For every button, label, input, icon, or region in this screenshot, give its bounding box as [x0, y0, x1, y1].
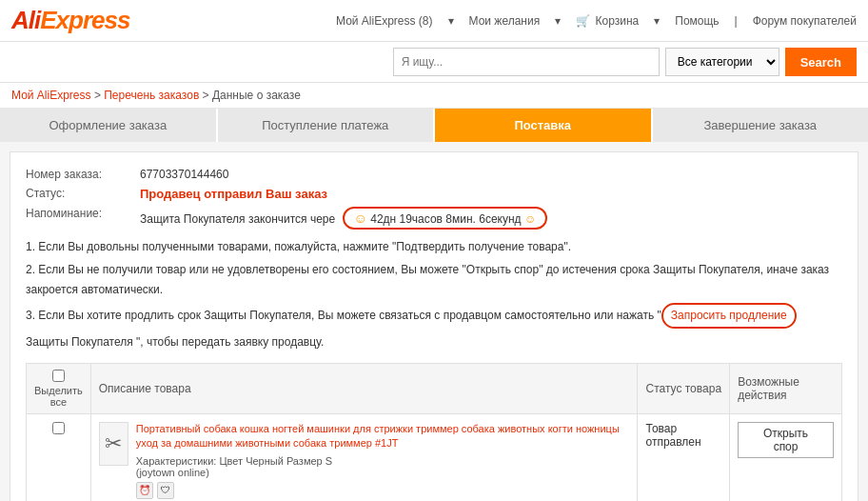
- row-checkbox-cell: [27, 413, 91, 501]
- search-input[interactable]: [393, 48, 660, 76]
- search-bar: Все категории Search: [0, 42, 868, 83]
- breadcrumb: Мой AliExpress > Перечень заказов > Данн…: [0, 83, 868, 109]
- note-3: 3. Если Вы хотите продлить срок Защиты П…: [26, 303, 842, 328]
- table-row: ✂ Портативный собака кошка ногтей машинк…: [27, 413, 842, 501]
- note-3-end: Защиты Покупателя ", чтобы передать заяв…: [26, 332, 842, 351]
- select-all-label: Выделить все: [34, 385, 83, 408]
- order-reminder-row: Напоминание: Защита Покупателя закончитс…: [26, 207, 842, 230]
- step-complete: Завершение заказа: [653, 109, 869, 142]
- top-nav: Мой AliExpress (8) ▾ Мои желания ▾ 🛒 Кор…: [336, 14, 857, 28]
- breadcrumb-sep1: >: [94, 89, 104, 102]
- breadcrumb-current: Данные о заказе: [212, 89, 301, 102]
- nav-sep4: |: [735, 14, 738, 28]
- product-chars: Характеристики: Цвет Черный Размер S: [136, 455, 630, 467]
- timer-badge: ☺ 42дн 19часов 8мин. 6секунд ☺: [343, 207, 548, 230]
- main-content: Номер заказа: 67703370144460 Статус: Про…: [10, 151, 858, 501]
- progress-bar: Оформление заказа Поступление платежа По…: [0, 109, 868, 142]
- nav-wishlist[interactable]: Мои желания: [469, 14, 541, 28]
- category-select[interactable]: Все категории: [665, 48, 779, 76]
- order-number-label: Номер заказа:: [26, 168, 140, 181]
- order-status-label: Статус:: [26, 187, 140, 200]
- product-seller: (joytown online): [136, 467, 630, 478]
- select-all-checkbox[interactable]: [52, 370, 65, 382]
- step-order: Оформление заказа: [0, 109, 218, 142]
- step-payment: Поступление платежа: [218, 109, 436, 142]
- th-actions: Возможные действия: [730, 363, 842, 413]
- note-1: 1. Если Вы довольны полученными товарами…: [26, 237, 842, 256]
- product-details: Портативный собака кошка ногтей машинки …: [136, 422, 630, 499]
- search-button[interactable]: Search: [785, 48, 857, 76]
- product-icons-row: ⏰ 🛡: [136, 482, 630, 499]
- timer-end-icon: ☺: [524, 212, 536, 226]
- order-number-row: Номер заказа: 67703370144460: [26, 168, 842, 181]
- note-3-prefix: 3. Если Вы хотите продлить срок Защиты П…: [26, 309, 661, 322]
- row-checkbox[interactable]: [52, 422, 65, 434]
- logo-express: Express: [40, 6, 129, 34]
- open-dispute-button[interactable]: Открыть спор: [738, 422, 834, 458]
- step-delivery: Поставка: [435, 109, 653, 142]
- nav-help[interactable]: Помощь: [675, 14, 719, 28]
- timer-value: 42дн 19часов 8мин. 6секунд: [370, 212, 521, 226]
- nav-sep3: ▾: [654, 14, 660, 28]
- order-number-value: 67703370144460: [140, 168, 228, 181]
- row-product-cell: ✂ Портативный собака кошка ногтей машинк…: [91, 414, 638, 501]
- order-info: Номер заказа: 67703370144460 Статус: Про…: [26, 168, 842, 230]
- order-status-row: Статус: Продавец отправил Ваш заказ: [26, 187, 842, 201]
- breadcrumb-order-list[interactable]: Перечень заказов: [104, 89, 199, 102]
- smiley-icon: ☺: [354, 210, 367, 226]
- scissors-icon: ✂: [105, 431, 122, 456]
- nav-sep2: ▾: [555, 14, 561, 28]
- product-image: ✂: [99, 422, 128, 466]
- nav-sep1: ▾: [448, 14, 454, 28]
- table-header-row: Выделить все Описание товара Статус това…: [27, 363, 842, 413]
- order-status-value: Продавец отправил Ваш заказ: [140, 187, 327, 201]
- extend-protection-link[interactable]: Запросить продление: [661, 303, 797, 328]
- nav-cart[interactable]: 🛒 Корзина: [576, 14, 639, 28]
- th-status: Статус товара: [638, 363, 730, 413]
- product-table: Выделить все Описание товара Статус това…: [26, 363, 842, 501]
- site-logo[interactable]: AliExpress: [11, 6, 129, 35]
- shield-icon: 🛡: [157, 482, 174, 499]
- clock-icon: ⏰: [136, 482, 153, 499]
- nav-forum[interactable]: Форум покупателей: [753, 14, 857, 28]
- row-status-cell: Товар отправлен: [638, 413, 730, 501]
- notes-section: 1. Если Вы довольны полученными товарами…: [26, 237, 842, 351]
- product-link[interactable]: Портативный собака кошка ногтей машинки …: [136, 423, 620, 449]
- product-status: Товар отправлен: [645, 422, 700, 449]
- th-check: Выделить все: [27, 363, 91, 413]
- row-actions-cell: Открыть спор: [730, 413, 842, 501]
- order-reminder-label: Напоминание:: [26, 207, 140, 220]
- breadcrumb-sep2: >: [203, 89, 212, 102]
- breadcrumb-my-aliexpress[interactable]: Мой AliExpress: [11, 89, 91, 102]
- cart-icon: 🛒: [576, 14, 590, 28]
- reminder-prefix: Защита Покупателя закончится чере ☺ 42дн…: [140, 207, 547, 230]
- note-2: 2. Если Вы не получили товар или не удов…: [26, 260, 842, 299]
- header-top: AliExpress Мой AliExpress (8) ▾ Мои жела…: [0, 0, 868, 42]
- th-description: Описание товара: [90, 363, 638, 413]
- nav-my-aliexpress[interactable]: Мой AliExpress (8): [336, 14, 433, 28]
- logo-ali: Ali: [11, 6, 40, 34]
